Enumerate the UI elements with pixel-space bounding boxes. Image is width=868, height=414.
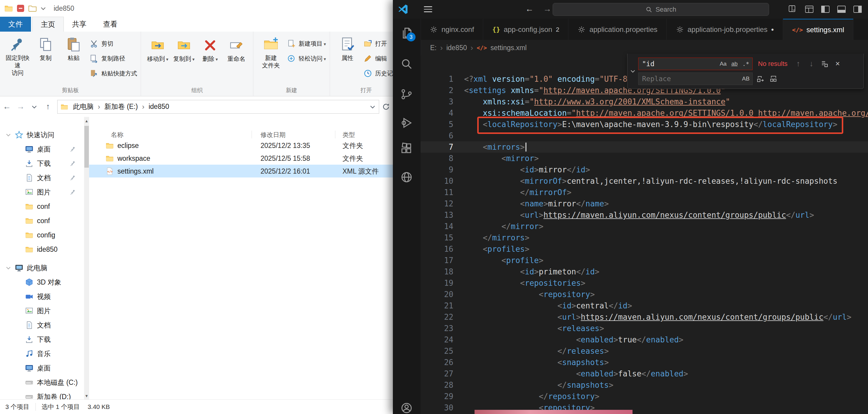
code-line[interactable]: 8 <mirror> xyxy=(421,153,868,164)
code-line[interactable]: 18 <id>primeton</id> xyxy=(421,266,868,277)
code-line[interactable]: 13 <url>https://maven.aliyun.com/nexus/c… xyxy=(421,209,868,221)
scroll-down-icon[interactable]: ▼ xyxy=(84,392,89,400)
tab-application.properties[interactable]: application.properties xyxy=(568,19,666,40)
nav-item-conf[interactable]: conf xyxy=(0,213,84,228)
up-button[interactable]: ↑ xyxy=(41,100,55,114)
breadcrumb-item[interactable]: ide850 xyxy=(446,44,467,52)
code-line[interactable]: 21 <id>central</id> xyxy=(421,300,868,312)
replace-input[interactable] xyxy=(638,72,753,85)
line-number[interactable]: 27 xyxy=(421,368,464,379)
ribbon-button-newitem[interactable]: 新建项目▾ xyxy=(287,37,326,50)
ribbon-button-history[interactable]: 历史记录 xyxy=(363,67,393,79)
line-number[interactable]: 21 xyxy=(421,300,464,312)
address-box[interactable]: 此电脑›新加卷 (E:)›ide850 xyxy=(57,100,379,114)
code-line[interactable]: 29 </repository> xyxy=(421,391,868,402)
ribbon-button-easy[interactable]: 轻松访问▾ xyxy=(287,53,326,64)
preserve-case-toggle[interactable]: AB xyxy=(741,74,751,84)
ribbon-button-pin[interactable]: 固定到快速访问 xyxy=(4,34,32,77)
nav-item-音乐[interactable]: 音乐 xyxy=(0,347,84,361)
nav-item-视频[interactable]: 视频 xyxy=(0,289,84,304)
refresh-icon[interactable] xyxy=(379,100,393,114)
code-line[interactable]: 17 <profile> xyxy=(421,255,868,266)
qat-properties-icon[interactable] xyxy=(16,4,25,13)
toggle-secondary-sidebar-icon[interactable] xyxy=(852,4,863,14)
scroll-up-icon[interactable]: ▲ xyxy=(84,117,89,125)
code-line[interactable]: 23 <releases> xyxy=(421,323,868,334)
ribbon-button-paste[interactable]: 粘贴 xyxy=(60,34,88,62)
code-line[interactable]: 5 <localRepository>E:\maven\apache-maven… xyxy=(421,119,868,130)
toggle-panel-icon[interactable] xyxy=(836,4,846,14)
column-divider[interactable] xyxy=(252,131,252,139)
code-line[interactable]: 7 <mirrors> xyxy=(421,141,868,153)
ribbon-button-edit[interactable]: 编辑 xyxy=(363,53,393,64)
ribbon-button-copyto[interactable]: 复制到▾ xyxy=(171,34,197,63)
run-debug-icon[interactable] xyxy=(400,116,413,129)
line-number[interactable]: 29 xyxy=(421,391,464,402)
line-number[interactable]: 22 xyxy=(421,312,464,323)
accounts-icon[interactable] xyxy=(400,402,413,414)
whole-word-toggle[interactable]: ab xyxy=(730,59,740,69)
ribbon-button-cut[interactable]: 剪切 xyxy=(89,37,137,50)
nav-item-文档[interactable]: 文档 xyxy=(0,318,84,332)
code-line[interactable]: 14 </mirror> xyxy=(421,221,868,232)
line-number[interactable]: 24 xyxy=(421,334,464,346)
line-number[interactable]: 6 xyxy=(421,130,464,141)
column-header-date[interactable]: 修改日期 xyxy=(260,131,285,139)
code-line[interactable]: 12 <name>mirror</name> xyxy=(421,198,868,209)
line-number[interactable]: 28 xyxy=(421,379,464,391)
toggle-primary-sidebar-icon[interactable] xyxy=(820,4,831,14)
column-header-type[interactable]: 类型 xyxy=(342,131,355,139)
tab-settings.xml[interactable]: </>settings.xml xyxy=(783,19,854,40)
breadcrumb-item[interactable]: 此电脑 xyxy=(72,101,95,112)
code-line[interactable]: 19 <repositories> xyxy=(421,277,868,289)
nav-item-conf[interactable]: conf xyxy=(0,199,84,213)
line-number[interactable]: 8 xyxy=(421,153,464,164)
search-view-icon[interactable] xyxy=(400,57,413,70)
line-number[interactable]: 14 xyxy=(421,221,464,232)
code-line[interactable]: 27 <enabled>false</enabled> xyxy=(421,368,868,379)
ribbon-button-moveto[interactable]: 移动到▾ xyxy=(145,34,171,63)
line-number[interactable]: 5 xyxy=(421,119,464,130)
menu-tab-view[interactable]: 查看 xyxy=(95,17,126,32)
line-number[interactable]: 26 xyxy=(421,357,464,368)
close-icon[interactable]: × xyxy=(832,58,843,69)
nav-item-本地磁盘 (C:)[interactable]: 本地磁盘 (C:) xyxy=(0,375,84,389)
qat-newfolder-icon[interactable] xyxy=(28,4,37,13)
code-line[interactable]: 20 <repository> xyxy=(421,289,868,300)
code-line[interactable]: 6 xyxy=(421,130,868,141)
ribbon-button-newfolder[interactable]: 新建文件夹 xyxy=(257,34,285,69)
code-line[interactable]: 11 </mirrorOf> xyxy=(421,187,868,198)
code-line[interactable]: 9 <id>mirror</id> xyxy=(421,164,868,175)
code-line[interactable]: 10 <mirrorOf>central,jcenter,!aliyun-rdc… xyxy=(421,175,868,187)
line-number[interactable]: 10 xyxy=(421,175,464,187)
scrollbar-thumb[interactable] xyxy=(84,126,89,168)
nav-item-新加卷 (D:)[interactable]: 新加卷 (D:) xyxy=(0,389,84,400)
line-number[interactable]: 19 xyxy=(421,277,464,289)
table-row-workspace[interactable]: workspace2025/12/5 15:58文件夹 xyxy=(89,152,393,165)
line-number[interactable]: 3 xyxy=(421,96,464,108)
explorer-view-icon[interactable]: 3 xyxy=(400,27,413,40)
code-line[interactable]: 26 <snapshots> xyxy=(421,357,868,368)
remote-explorer-icon[interactable] xyxy=(400,171,413,184)
code-line[interactable]: 16 <profiles> xyxy=(421,243,868,255)
code-line[interactable]: 24 <enabled>true</enabled> xyxy=(421,334,868,346)
nav-item-下载[interactable]: 下载 xyxy=(0,332,84,347)
nav-item-桌面[interactable]: 桌面 xyxy=(0,142,84,156)
breadcrumb-item[interactable]: ide850 xyxy=(147,102,170,111)
menu-tab-home[interactable]: 主页 xyxy=(32,17,64,32)
line-number[interactable]: 11 xyxy=(421,187,464,198)
navigate-back-button[interactable]: ← xyxy=(523,4,535,14)
match-case-toggle[interactable]: Aa xyxy=(718,59,728,69)
column-divider[interactable] xyxy=(335,131,335,139)
nav-item-快速访问[interactable]: 快速访问 xyxy=(0,128,84,142)
line-number[interactable]: 15 xyxy=(421,232,464,243)
nav-item-桌面[interactable]: 桌面 xyxy=(0,361,84,375)
menu-tab-share[interactable]: 共享 xyxy=(64,17,95,32)
address-dropdown-chevron-icon[interactable] xyxy=(369,104,376,110)
ribbon-button-open[interactable]: 打开 xyxy=(363,37,393,50)
table-row-settings.xml[interactable]: </>settings.xml2025/12/2 16:01XML 源文件 xyxy=(89,165,393,177)
toggle-replace-chevron-icon[interactable] xyxy=(627,54,638,89)
nav-item-此电脑[interactable]: 此电脑 xyxy=(0,261,84,275)
code-line[interactable]: 22 <url>https://maven.aliyun.com/nexus/c… xyxy=(421,312,868,323)
line-number[interactable]: 17 xyxy=(421,255,464,266)
